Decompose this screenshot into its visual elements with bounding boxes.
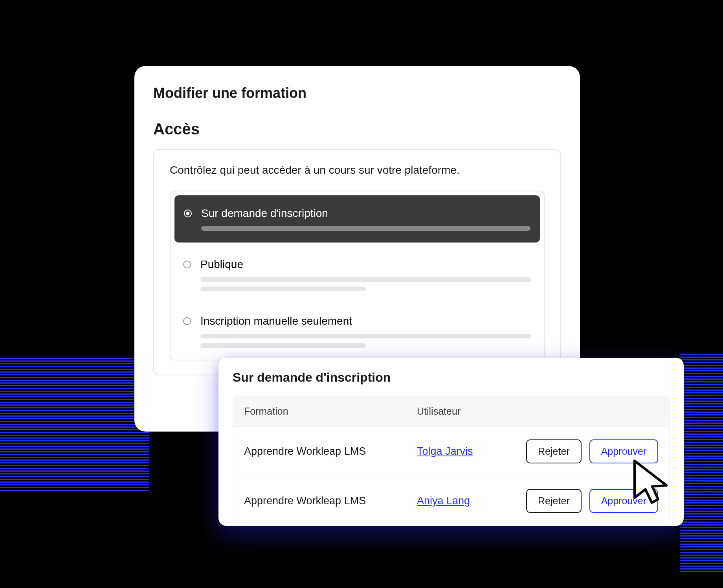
placeholder-line [200,343,366,348]
placeholder-line [200,287,366,291]
decorative-glitch-right [680,354,723,574]
placeholder-line [200,334,531,338]
access-panel: Contrôlez qui peut accéder à un cours su… [153,149,561,375]
radio-option-public[interactable]: Publique [171,246,544,303]
placeholder-line [201,226,530,231]
radio-icon [183,317,191,325]
decorative-glitch-left [0,358,149,491]
access-radio-group: Sur demande d'inscription Publique Inscr… [170,191,545,360]
table-row: Apprendre Workleap LMS Aniya Lang Rejete… [233,476,669,526]
formation-cell: Apprendre Workleap LMS [244,445,417,458]
formation-cell: Apprendre Workleap LMS [244,495,417,507]
radio-content: Sur demande d'inscription [201,207,530,231]
access-description: Contrôlez qui peut accéder à un cours su… [170,164,545,176]
radio-icon [184,209,192,217]
user-link[interactable]: Tolga Jarvis [417,445,473,457]
column-header-user: Utilisateur [417,406,519,417]
table-row: Apprendre Workleap LMS Tolga Jarvis Reje… [233,426,669,476]
table-header: Formation Utilisateur [233,396,669,426]
section-title: Accès [153,120,561,138]
radio-option-manual[interactable]: Inscription manuelle seulement [171,303,544,360]
user-link[interactable]: Aniya Lang [417,495,470,507]
approve-button[interactable]: Approuver [589,489,658,513]
reject-button[interactable]: Rejeter [526,489,582,513]
requests-table: Formation Utilisateur Apprendre Workleap… [233,396,670,526]
enrollment-requests-card: Sur demande d'inscription Formation Util… [218,358,684,526]
overlay-title: Sur demande d'inscription [233,370,670,385]
placeholder-line [200,277,531,282]
column-header-formation: Formation [244,406,417,417]
radio-icon [183,261,191,268]
page-title: Modifier une formation [153,85,561,101]
radio-label: Sur demande d'inscription [201,207,530,220]
radio-option-on-request[interactable]: Sur demande d'inscription [174,195,540,243]
approve-button[interactable]: Approuver [589,439,658,463]
reject-button[interactable]: Rejeter [526,439,582,463]
radio-content: Inscription manuelle seulement [200,315,531,348]
radio-content: Publique [200,258,531,291]
radio-label: Publique [200,258,531,271]
radio-label: Inscription manuelle seulement [200,315,531,327]
